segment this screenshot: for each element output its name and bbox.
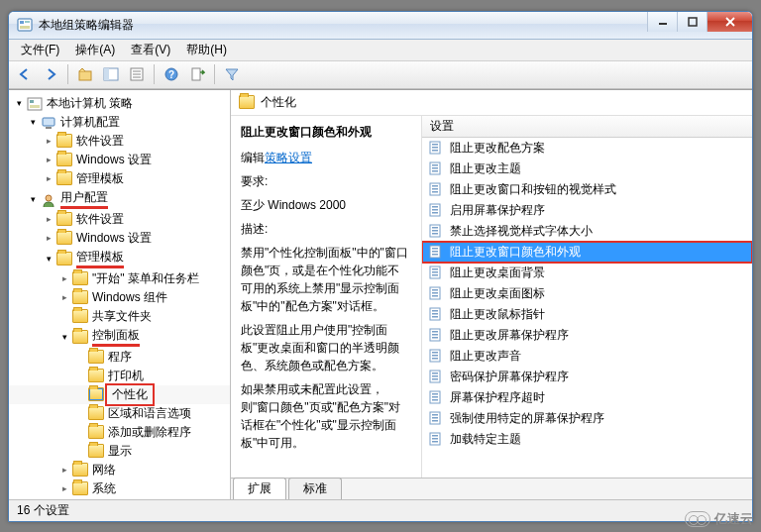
tree-item[interactable]: 系统 [9, 479, 230, 498]
list-item-label: 阻止更改配色方案 [450, 140, 545, 157]
svg-rect-29 [432, 164, 438, 166]
tree-item[interactable]: Windows 设置 [9, 229, 230, 248]
navigation-tree[interactable]: 本地计算机 策略 计算机配置 软件设置 Windows 设置 管理模板 用户配置… [9, 90, 231, 499]
tree-item[interactable]: 管理模板 [9, 169, 230, 188]
app-window: 本地组策略编辑器 文件(F) 操作(A) 查看(V) 帮助(H) ? [8, 11, 753, 522]
show-tree-button[interactable] [99, 62, 123, 86]
tree-label: 软件设置 [76, 211, 124, 228]
tree-item[interactable]: 共享文件夹 [9, 307, 230, 326]
requirements-value: 至少 Windows 2000 [241, 196, 411, 214]
svg-rect-69 [432, 372, 438, 374]
titlebar[interactable]: 本地组策略编辑器 [9, 12, 752, 40]
folder-icon [56, 231, 72, 245]
list-item[interactable]: 强制使用特定的屏幕保护程序 [422, 408, 752, 429]
tree-label: 计算机配置 [60, 114, 120, 131]
list-item[interactable]: 密码保护屏幕保护程序 [422, 367, 752, 387]
tree-item[interactable]: 程序 [9, 348, 230, 367]
export-button[interactable] [185, 62, 209, 86]
menu-action[interactable]: 操作(A) [67, 40, 123, 60]
policy-setting-icon [428, 369, 444, 384]
back-button[interactable] [13, 62, 37, 86]
close-button[interactable] [707, 12, 752, 32]
forward-button[interactable] [39, 62, 62, 86]
folder-icon [88, 444, 104, 458]
svg-rect-73 [432, 393, 438, 395]
list-item-label: 阻止更改屏幕保护程序 [450, 327, 569, 344]
svg-rect-70 [432, 375, 438, 377]
maximize-button[interactable] [677, 12, 707, 32]
svg-rect-5 [689, 18, 697, 26]
tree-item[interactable]: 区域和语言选项 [9, 404, 230, 423]
tab-standard[interactable]: 标准 [288, 478, 342, 499]
svg-rect-8 [79, 71, 91, 80]
tree-item[interactable]: 显示 [9, 442, 230, 461]
minimize-button[interactable] [647, 12, 677, 32]
tree-label: 打印机 [108, 368, 144, 384]
list-item[interactable]: 阻止更改鼠标指针 [422, 304, 752, 325]
svg-rect-65 [432, 352, 438, 354]
folder-icon [72, 309, 88, 323]
tree-label: 网络 [92, 462, 116, 479]
menu-view[interactable]: 查看(V) [123, 40, 178, 60]
folder-icon [72, 463, 88, 477]
list-item[interactable]: 阻止更改窗口和按钮的视觉样式 [422, 179, 752, 200]
svg-rect-39 [432, 212, 438, 214]
svg-rect-50 [432, 271, 438, 273]
policy-list[interactable]: 阻止更改配色方案阻止更改主题阻止更改窗口和按钮的视觉样式启用屏幕保护程序禁止选择… [422, 138, 752, 478]
tree-root[interactable]: 本地计算机 策略 [9, 94, 230, 113]
list-item[interactable]: 阻止更改窗口颜色和外观 [422, 242, 752, 263]
list-item-label: 阻止更改窗口颜色和外观 [450, 244, 581, 261]
menu-help[interactable]: 帮助(H) [178, 40, 235, 60]
svg-rect-81 [432, 435, 438, 437]
list-column-header[interactable]: 设置 [422, 116, 752, 138]
list-item[interactable]: 阻止更改屏幕保护程序 [422, 325, 752, 346]
svg-rect-79 [432, 420, 438, 422]
list-item-label: 加载特定主题 [450, 431, 521, 448]
list-item[interactable]: 启用屏幕保护程序 [422, 200, 752, 221]
up-button[interactable] [73, 62, 97, 86]
policy-setting-icon [428, 306, 444, 322]
list-item-label: 屏幕保护程序超时 [450, 389, 545, 406]
list-item[interactable]: 阻止更改桌面图标 [422, 283, 752, 304]
list-item[interactable]: 阻止更改配色方案 [422, 138, 752, 159]
help-button[interactable]: ? [160, 62, 183, 86]
tree-control-panel[interactable]: 控制面板 [9, 326, 230, 348]
properties-button[interactable] [125, 62, 149, 86]
list-item[interactable]: 屏幕保护程序超时 [422, 387, 752, 408]
policy-setting-icon [428, 431, 444, 447]
tree-item[interactable]: 添加或删除程序 [9, 423, 230, 442]
list-item[interactable]: 阻止更改声音 [422, 346, 752, 367]
folder-icon [239, 95, 255, 109]
tree-item[interactable]: 打印机 [9, 367, 230, 385]
tree-item[interactable]: 网络 [9, 461, 230, 479]
tab-extended[interactable]: 扩展 [233, 478, 286, 499]
edit-policy-link[interactable]: 策略设置 [265, 151, 312, 164]
tree-personalization[interactable]: 个性化 [9, 385, 230, 404]
filter-button[interactable] [220, 62, 244, 86]
list-item[interactable]: 阻止更改桌面背景 [422, 263, 752, 283]
tree-label: 本地计算机 策略 [47, 95, 133, 112]
tree-admin-templates[interactable]: 管理模板 [9, 248, 230, 269]
tree-label: 控制面板 [92, 327, 140, 347]
tree-item[interactable]: 软件设置 [9, 210, 230, 229]
menu-file[interactable]: 文件(F) [13, 40, 67, 60]
list-item[interactable]: 阻止更改主题 [422, 159, 752, 179]
svg-rect-53 [432, 289, 438, 291]
tree-user-config[interactable]: 用户配置 [9, 188, 230, 210]
tree-item[interactable]: Windows 设置 [9, 151, 230, 169]
tree-label: 添加或删除程序 [108, 424, 191, 441]
svg-rect-66 [432, 355, 438, 357]
list-item-label: 强制使用特定的屏幕保护程序 [450, 410, 604, 427]
list-item-label: 启用屏幕保护程序 [450, 202, 545, 219]
tree-label: 管理模板 [76, 249, 124, 268]
folder-icon [72, 330, 88, 344]
tree-label: 个性化 [108, 386, 152, 403]
tree-computer-config[interactable]: 计算机配置 [9, 113, 230, 132]
tree-item[interactable]: Windows 组件 [9, 288, 230, 307]
tree-item[interactable]: 软件设置 [9, 132, 230, 151]
folder-icon [88, 369, 104, 382]
tree-item[interactable]: "开始" 菜单和任务栏 [9, 269, 230, 288]
computer-icon [41, 115, 56, 129]
list-item[interactable]: 禁止选择视觉样式字体大小 [422, 221, 752, 242]
list-item[interactable]: 加载特定主题 [422, 429, 752, 450]
